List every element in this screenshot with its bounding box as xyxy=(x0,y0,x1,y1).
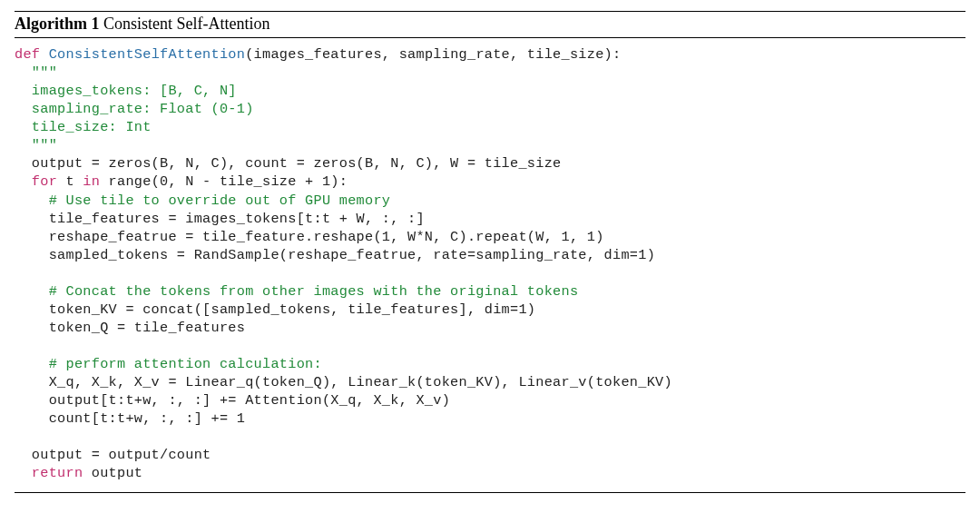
docstring-l1: images_tokens: [B, C, N] xyxy=(15,83,237,99)
line-q: token_Q = tile_features xyxy=(15,320,245,336)
kw-return: return xyxy=(32,465,83,481)
line-tilefeat: tile_features = images_tokens[t:t + W, :… xyxy=(15,211,425,227)
kw-for: for xyxy=(32,173,57,190)
line-output: output[t:t+w, :, :] += Attention(X_q, X_… xyxy=(15,392,450,409)
comment-attn: # perform attention calculation: xyxy=(15,356,322,372)
line-count: count[t:t+w, :, :] += 1 xyxy=(15,410,245,427)
line-linear: X_q, X_k, X_v = Linear_q(token_Q), Linea… xyxy=(15,374,672,390)
line-kv: token_KV = concat([sampled_tokens, tile_… xyxy=(15,301,535,318)
algorithm-label: Algorithm 1 xyxy=(15,15,100,33)
docstring-l2: sampling_rate: Float (0-1) xyxy=(15,101,254,117)
line-init: output = zeros(B, N, C), count = zeros(B… xyxy=(15,155,562,172)
for-range: range(0, N - tile_size + 1): xyxy=(100,173,348,190)
kw-in: in xyxy=(83,173,100,190)
rule-mid xyxy=(15,37,965,38)
blank-2 xyxy=(15,338,23,354)
fn-name: ConsistentSelfAttention xyxy=(49,46,246,63)
algorithm-title-line: Algorithm 1 Consistent Self-Attention xyxy=(15,12,965,35)
algorithm-code: def ConsistentSelfAttention(images_featu… xyxy=(15,44,965,492)
blank-1 xyxy=(15,265,23,281)
return-val: output xyxy=(83,465,142,481)
line-div: output = output/count xyxy=(15,447,211,463)
comment-tile: # Use tile to override out of GPU memory xyxy=(15,192,390,209)
sig-rest: (images_features, sampling_rate, tile_si… xyxy=(245,46,621,63)
algorithm-title: Consistent Self-Attention xyxy=(103,15,270,33)
for-var: t xyxy=(57,173,83,190)
blank-3 xyxy=(15,429,23,445)
kw-def: def xyxy=(15,46,40,63)
line-reshape: reshape_featrue = tile_feature.reshape(1… xyxy=(15,229,604,245)
comment-concat: # Concat the tokens from other images wi… xyxy=(15,283,578,300)
docstring-close: """ xyxy=(15,137,57,153)
algorithm-block: Algorithm 1 Consistent Self-Attention de… xyxy=(15,11,965,493)
docstring-open: """ xyxy=(15,64,57,81)
rule-bottom xyxy=(15,492,965,493)
docstring-l3: tile_size: Int xyxy=(15,119,152,135)
line-sampled: sampled_tokens = RandSample(reshape_feat… xyxy=(15,247,655,263)
